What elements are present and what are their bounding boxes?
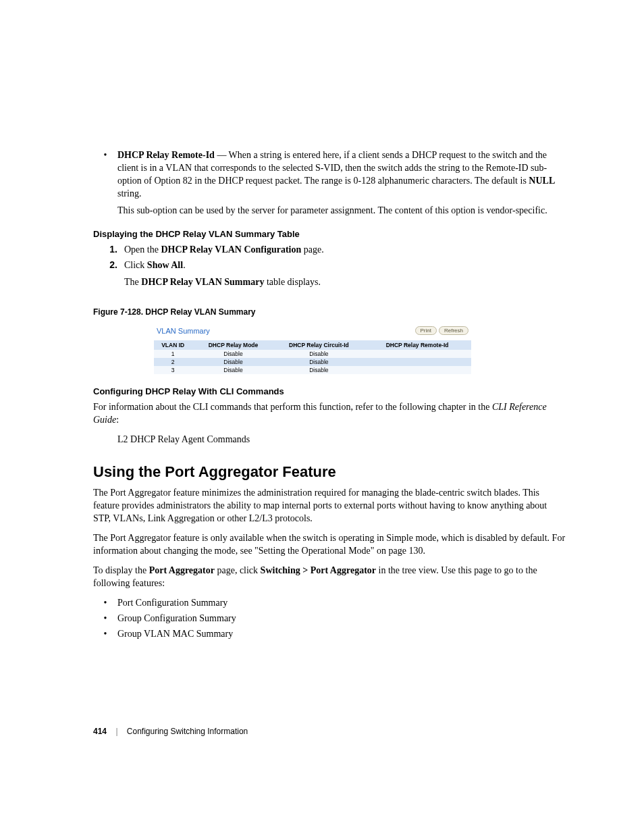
- feature-label: Port Configuration Summary: [117, 596, 566, 609]
- print-button[interactable]: Print: [415, 326, 437, 335]
- col-vlan-id: VLAN ID: [154, 340, 192, 350]
- table-row: 2 Disable Disable: [154, 358, 471, 366]
- step-2: 2. Click Show All.: [93, 259, 566, 271]
- step-2-result: The DHCP Relay VLAN Summary table displa…: [124, 276, 566, 288]
- feature-item: • Group Configuration Summary: [93, 612, 566, 625]
- bullet-dhcp-remote-id: • DHCP Relay Remote-Id — When a string i…: [93, 149, 566, 200]
- col-remote-id: DHCP Relay Remote-Id: [363, 340, 471, 350]
- table-row: 1 Disable Disable: [154, 350, 471, 358]
- figure-vlan-summary: VLAN Summary Print Refresh VLAN ID DHCP …: [154, 323, 471, 374]
- step-1: 1. Open the DHCP Relay VLAN Configuratio…: [93, 243, 566, 256]
- refresh-button[interactable]: Refresh: [439, 326, 468, 335]
- step-number: 2.: [93, 259, 124, 271]
- feature-item: • Port Configuration Summary: [93, 596, 566, 609]
- heading-display-summary: Displaying the DHCP Relay VLAN Summary T…: [93, 229, 566, 239]
- heading-cli-commands: Configuring DHCP Relay With CLI Commands: [93, 386, 566, 396]
- figure-caption: Figure 7-128. DHCP Relay VLAN Summary: [93, 307, 566, 317]
- heading-port-aggregator: Using the Port Aggregator Feature: [93, 463, 566, 481]
- term-label: DHCP Relay Remote-Id: [117, 150, 215, 160]
- step-number: 1.: [93, 243, 124, 256]
- pa-paragraph-3: To display the Port Aggregator page, cli…: [93, 564, 566, 590]
- bullet-marker: •: [93, 149, 117, 200]
- vlan-summary-title: VLAN Summary: [157, 327, 210, 335]
- vlan-summary-table: VLAN ID DHCP Relay Mode DHCP Relay Circu…: [154, 340, 471, 374]
- bullet-marker: •: [93, 596, 117, 609]
- page-footer: 414 | Configuring Switching Information: [93, 727, 248, 736]
- col-relay-mode: DHCP Relay Mode: [192, 340, 274, 350]
- col-circuit-id: DHCP Relay Circuit-Id: [275, 340, 364, 350]
- cli-chapter-item: L2 DHCP Relay Agent Commands: [117, 433, 566, 446]
- footer-separator: |: [115, 727, 117, 736]
- pa-paragraph-1: The Port Aggregator feature minimizes th…: [93, 486, 566, 525]
- step-text: Open the DHCP Relay VLAN Configuration p…: [124, 243, 566, 256]
- bullet-marker: •: [93, 612, 117, 625]
- section-title: Configuring Switching Information: [127, 727, 248, 736]
- bullet-sub-paragraph: This sub-option can be used by the serve…: [117, 204, 566, 217]
- table-row: 3 Disable Disable: [154, 366, 471, 374]
- page-number: 414: [93, 727, 107, 736]
- feature-label: Group VLAN MAC Summary: [117, 627, 566, 640]
- bullet-text: DHCP Relay Remote-Id — When a string is …: [117, 149, 566, 200]
- cli-paragraph: For information about the CLI commands t…: [93, 400, 566, 426]
- step-text: Click Show All.: [124, 259, 566, 271]
- pa-paragraph-2: The Port Aggregator feature is only avai…: [93, 531, 566, 557]
- feature-label: Group Configuration Summary: [117, 612, 566, 625]
- feature-item: • Group VLAN MAC Summary: [93, 627, 566, 640]
- bullet-marker: •: [93, 627, 117, 640]
